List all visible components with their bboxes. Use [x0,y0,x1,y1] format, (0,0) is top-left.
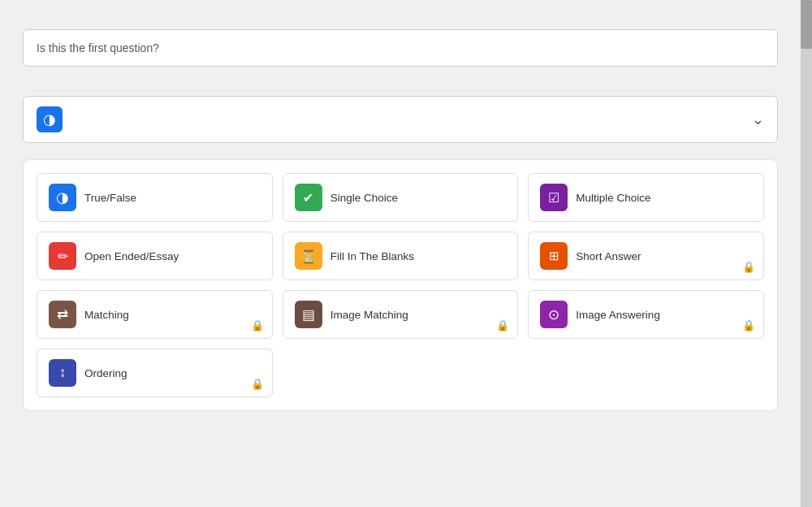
icon-mc-multiple-choice [548,190,559,206]
icon-match-matching [57,306,68,323]
option-icon-matching [49,301,76,328]
icon-imga-image-answering [548,306,559,323]
icon-fill-fill-blanks [300,249,317,264]
option-item-true-false[interactable]: True/False [37,173,273,222]
option-icon-single-choice [295,184,322,211]
dropdown-type-icon [37,106,63,132]
option-label-ordering: Ordering [84,367,127,379]
option-icon-image-answering [540,301,568,328]
option-icon-open-ended [49,242,76,270]
scrollbar-thumb[interactable] [801,0,812,49]
question-input[interactable] [23,29,778,67]
option-label-fill-blanks: Fill In The Blanks [330,250,414,262]
option-icon-fill-blanks [295,242,322,270]
option-item-multiple-choice[interactable]: Multiple Choice [528,173,764,222]
option-label-matching: Matching [84,309,129,321]
lock-icon-short-answer: 🔒 [742,261,755,273]
lock-icon-ordering: 🔒 [251,378,264,390]
question-type-dropdown[interactable]: ⌄ [23,96,778,143]
option-label-open-ended: Open Ended/Essay [84,250,179,262]
icon-imgm-image-matching [302,306,315,323]
option-item-matching[interactable]: Matching🔒 [37,290,273,339]
option-item-single-choice[interactable]: Single Choice [283,173,519,222]
option-icon-image-matching [295,301,322,328]
option-icon-true-false [49,184,76,211]
main-content: ⌄ True/FalseSingle ChoiceMultiple Choice… [0,0,801,507]
chevron-down-icon: ⌄ [752,110,764,128]
option-icon-multiple-choice [540,184,568,211]
option-icon-short-answer [540,242,568,270]
option-item-fill-blanks[interactable]: Fill In The Blanks [283,232,519,280]
option-item-ordering[interactable]: Ordering🔒 [37,349,273,397]
icon-order-ordering [59,365,67,381]
options-grid: True/FalseSingle ChoiceMultiple ChoiceOp… [37,173,764,397]
option-label-image-answering: Image Answering [576,309,660,321]
option-label-image-matching: Image Matching [330,309,408,321]
dropdown-panel: True/FalseSingle ChoiceMultiple ChoiceOp… [23,159,778,411]
icon-short-short-answer [549,249,559,263]
option-label-multiple-choice: Multiple Choice [576,192,650,204]
option-label-short-answer: Short Answer [576,250,641,262]
lock-icon-image-answering: 🔒 [742,319,755,332]
option-item-open-ended[interactable]: Open Ended/Essay [37,232,273,280]
icon-tf-true-false [56,188,69,206]
lock-icon-image-matching: 🔒 [496,319,509,332]
option-item-image-matching[interactable]: Image Matching🔒 [283,290,519,339]
icon-check-single-choice [303,190,313,206]
option-label-single-choice: Single Choice [330,192,398,204]
tf-icon-dropdown [43,110,56,128]
option-label-true-false: True/False [84,192,136,204]
scrollbar[interactable] [801,0,812,507]
lock-icon-matching: 🔒 [251,319,264,332]
option-item-short-answer[interactable]: Short Answer🔒 [528,232,764,280]
option-item-image-answering[interactable]: Image Answering🔒 [528,290,764,339]
option-icon-ordering [49,359,76,387]
icon-essay-open-ended [58,249,68,264]
